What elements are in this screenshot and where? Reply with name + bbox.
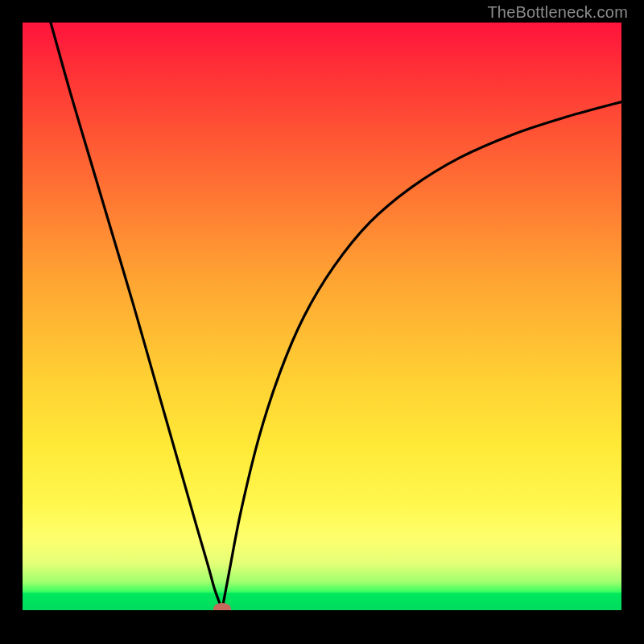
curve-right-branch bbox=[222, 102, 621, 610]
curve-layer bbox=[23, 23, 621, 610]
chart-frame: TheBottleneck.com bbox=[0, 0, 644, 644]
plot-area bbox=[23, 23, 621, 610]
curve-left-branch bbox=[51, 23, 222, 610]
bottleneck-marker bbox=[213, 603, 231, 610]
watermark-text: TheBottleneck.com bbox=[487, 3, 628, 22]
